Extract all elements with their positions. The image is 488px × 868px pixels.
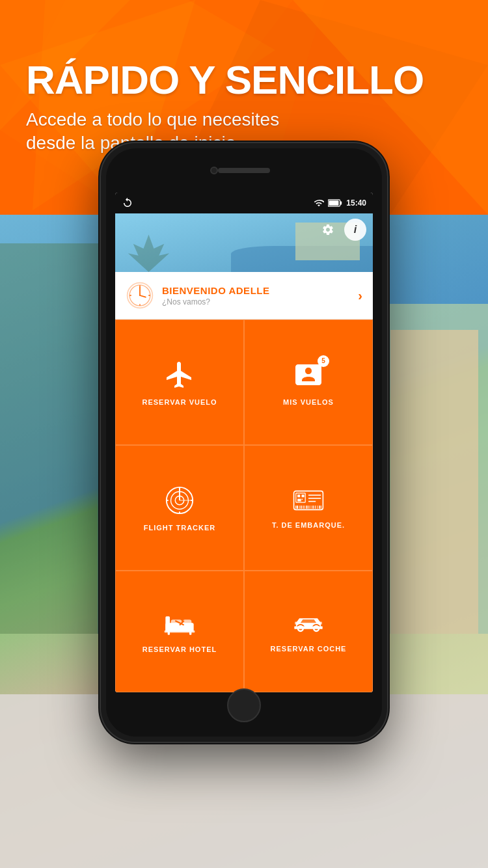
status-right: 15:40 (314, 198, 366, 208)
menu-item-reservar-hotel[interactable]: RESERVAR HOTEL (115, 571, 244, 692)
settings-icon[interactable] (317, 219, 339, 241)
wifi-icon (314, 198, 324, 208)
status-left (122, 197, 133, 209)
menu-grid: RESERVAR VUELO 5 MIS VUELOS (115, 319, 373, 692)
menu-label-mis-vuelos: MIS VUELOS (283, 398, 334, 406)
menu-label-boarding-pass: T. DE EMBARQUE. (272, 521, 345, 529)
menu-label-reservar-coche: RESERVAR COCHE (271, 645, 347, 653)
menu-label-reservar-vuelo: RESERVAR VUELO (142, 398, 217, 406)
hotel-icon (163, 610, 196, 640)
info-icon[interactable]: i (344, 219, 366, 241)
svg-rect-7 (340, 201, 342, 204)
welcome-card[interactable]: BIENVENIDO ADELLE ¿Nos vamos? › (115, 272, 373, 319)
svg-rect-63 (294, 626, 322, 629)
mis-vuelos-badge: 5 (318, 355, 329, 367)
status-bar: 15:40 (115, 193, 373, 213)
front-camera (210, 167, 218, 174)
svg-rect-8 (329, 200, 339, 206)
time-display: 15:40 (346, 198, 366, 208)
menu-label-reservar-hotel: RESERVAR HOTEL (142, 645, 217, 653)
battery-icon (328, 198, 342, 208)
menu-item-mis-vuelos[interactable]: 5 MIS VUELOS (244, 319, 373, 445)
phone-mockup: 15:40 (101, 143, 387, 742)
svg-rect-30 (297, 498, 300, 501)
phone-screen: 15:40 (115, 193, 373, 692)
menu-item-reservar-vuelo[interactable]: RESERVAR VUELO (115, 319, 244, 445)
app-header-bg: i easyJet (115, 213, 373, 272)
earpiece (218, 168, 270, 173)
boarding-pass-icon (293, 487, 324, 516)
svg-rect-51 (165, 616, 170, 631)
home-button[interactable] (227, 688, 261, 722)
svg-rect-29 (302, 495, 305, 497)
welcome-name: BIENVENIDO ADELLE (162, 285, 350, 296)
clock-icon (126, 281, 154, 310)
car-icon (291, 611, 325, 640)
svg-rect-56 (165, 631, 195, 632)
menu-item-boarding-pass[interactable]: T. DE EMBARQUE. (244, 445, 373, 571)
welcome-text: BIENVENIDO ADELLE ¿Nos vamos? (162, 285, 350, 306)
welcome-sub: ¿Nos vamos? (162, 297, 350, 306)
svg-rect-64 (319, 621, 321, 624)
welcome-chevron-icon[interactable]: › (358, 288, 362, 303)
svg-rect-31 (302, 498, 303, 500)
radar-clock-icon (164, 485, 195, 519)
menu-label-flight-tracker: FLIGHT TRACKER (144, 524, 216, 532)
svg-rect-53 (183, 619, 191, 627)
headline: RÁPIDO Y SENCILLO (26, 60, 424, 100)
svg-rect-32 (300, 498, 301, 501)
menu-item-reservar-coche[interactable]: RESERVAR COCHE (244, 571, 373, 692)
passport-icon: 5 (293, 359, 324, 393)
plane-icon (164, 359, 195, 393)
header-icons: i (317, 219, 366, 241)
phone-inner: 15:40 (106, 148, 382, 737)
menu-item-flight-tracker[interactable]: FLIGHT TRACKER (115, 445, 244, 571)
phone-shell: 15:40 (101, 143, 387, 742)
refresh-icon (122, 197, 133, 209)
svg-rect-65 (295, 621, 297, 624)
svg-rect-28 (297, 495, 300, 497)
svg-line-12 (140, 295, 146, 297)
